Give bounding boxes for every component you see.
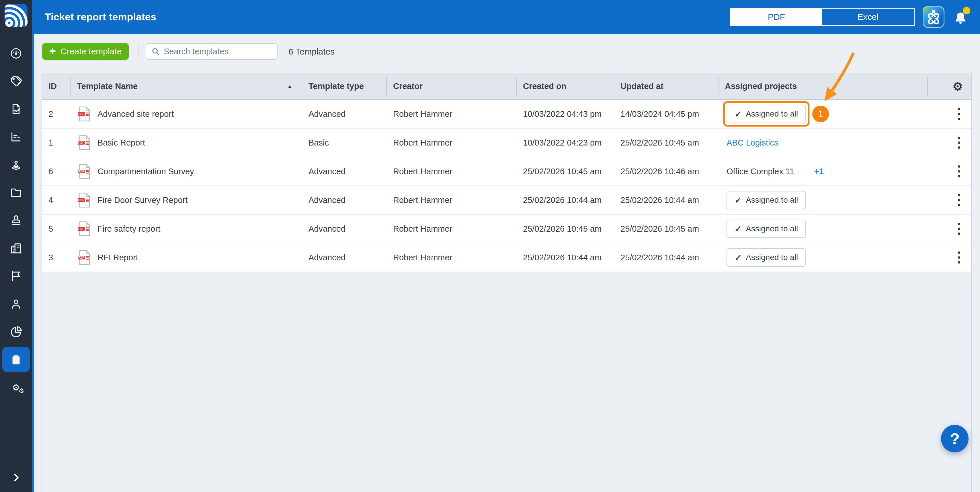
- sort-ascending-icon: ▲: [287, 83, 293, 89]
- sidebar-item-site-person[interactable]: [0, 151, 32, 179]
- templates-table: ID Template Name ▲ Template type Creator…: [41, 73, 972, 492]
- sidebar-accent-strip: [32, 34, 34, 492]
- cell-template-name: PDF Advanced site report: [70, 100, 302, 128]
- person-pin-icon: [10, 158, 23, 171]
- template-name-text: Basic Report: [97, 138, 145, 147]
- sidebar-item-report-templates[interactable]: [0, 346, 32, 374]
- column-header-template-name[interactable]: Template Name ▲: [70, 73, 302, 99]
- table-row[interactable]: 2 PDF Advanced site report Advanced Robe…: [42, 100, 971, 129]
- check-icon: ✓: [735, 224, 742, 234]
- cell-id: 1: [42, 129, 70, 157]
- svg-text:PDF: PDF: [78, 227, 84, 230]
- search-input[interactable]: [164, 47, 272, 56]
- cell-actions: [928, 215, 971, 243]
- table-row[interactable]: 5 PDF Fire safety report Advanced Robert…: [42, 215, 971, 243]
- assigned-more-link[interactable]: +1: [814, 167, 824, 176]
- cell-assigned-projects: ABC Logistics: [719, 129, 928, 157]
- column-header-created-on[interactable]: Created on: [517, 73, 614, 99]
- document-pen-icon: [10, 102, 23, 116]
- sidebar-item-reports-chart[interactable]: [0, 123, 32, 151]
- top-bar: Ticket report templates PDF Excel: [32, 0, 980, 34]
- sidebar-item-stamp[interactable]: [0, 206, 32, 234]
- create-template-button[interactable]: + Create template: [42, 43, 129, 60]
- sidebar-item-dashboard[interactable]: [0, 39, 32, 67]
- app-logo-icon[interactable]: [5, 4, 27, 27]
- row-menu-kebab-icon[interactable]: [955, 104, 963, 123]
- column-header-creator[interactable]: Creator: [387, 73, 517, 99]
- sidebar-item-tags[interactable]: [0, 67, 32, 95]
- table-row[interactable]: 3 PDF RFI Report Advanced Robert Hammer …: [42, 243, 971, 272]
- cell-updated-at: 25/02/2026 10:44 am: [614, 186, 719, 214]
- cell-actions: [928, 186, 971, 214]
- row-menu-kebab-icon[interactable]: [955, 248, 963, 267]
- pdf-file-icon: PDF: [77, 164, 91, 179]
- column-header-id[interactable]: ID: [42, 73, 70, 99]
- page-title: Ticket report templates: [45, 11, 156, 23]
- table-row[interactable]: 6 PDF Compartmentation Survey Advanced R…: [42, 157, 971, 186]
- cell-id: 2: [42, 100, 70, 128]
- cell-template-name: PDF Fire safety report: [70, 215, 302, 243]
- create-template-label: Create template: [60, 46, 122, 56]
- sidebar-item-company-buildings[interactable]: [0, 234, 32, 262]
- cell-updated-at: 25/02/2026 10:46 am: [614, 157, 719, 185]
- column-header-template-type[interactable]: Template type: [302, 73, 387, 99]
- cell-id: 4: [42, 186, 70, 214]
- help-button[interactable]: ?: [941, 425, 969, 452]
- row-menu-kebab-icon[interactable]: [955, 191, 963, 209]
- assigned-project-text: Office Complex 11: [727, 167, 794, 176]
- cell-created-on: 25/02/2026 10:44 am: [517, 243, 614, 272]
- cell-assigned-projects: ✓Assigned to all: [719, 215, 928, 243]
- toggle-excel[interactable]: Excel: [822, 9, 914, 25]
- app-launcher-button[interactable]: [923, 6, 945, 28]
- pdf-file-icon: PDF: [77, 221, 91, 236]
- table-row[interactable]: 1 PDF Basic Report Basic Robert Hammer 1…: [42, 129, 971, 157]
- check-icon: ✓: [735, 252, 742, 263]
- assigned-to-all-button[interactable]: ✓Assigned to all: [727, 105, 806, 123]
- folder-icon: [10, 186, 23, 199]
- flag-icon: [10, 270, 23, 283]
- column-header-updated-at[interactable]: Updated at: [614, 73, 719, 99]
- template-name-text: Advanced site report: [97, 109, 174, 119]
- cell-assigned-projects: Office Complex 11+1: [719, 157, 928, 185]
- notifications-button[interactable]: [953, 7, 970, 27]
- cell-template-type: Advanced: [302, 243, 387, 272]
- cell-actions: [928, 243, 971, 272]
- stamp-icon: [10, 214, 23, 227]
- svg-text:PDF: PDF: [78, 199, 84, 202]
- sidebar-item-users[interactable]: [0, 290, 32, 318]
- assigned-to-all-label: Assigned to all: [746, 224, 798, 233]
- column-header-assigned-projects[interactable]: Assigned projects: [719, 73, 928, 99]
- cell-actions: [928, 129, 971, 157]
- cell-actions: [928, 157, 971, 185]
- cell-creator: Robert Hammer: [387, 215, 517, 243]
- column-header-label: Template Name: [77, 81, 138, 91]
- sidebar-item-settings-gears[interactable]: ⚙⚙: [0, 374, 32, 401]
- cell-template-type: Advanced: [302, 215, 387, 243]
- column-settings-gear-icon[interactable]: ⚙: [928, 73, 971, 99]
- chevron-right-icon: [10, 472, 22, 483]
- assigned-to-all-button[interactable]: ✓Assigned to all: [727, 248, 806, 267]
- template-name-text: RFI Report: [97, 253, 138, 262]
- assigned-to-all-button[interactable]: ✓Assigned to all: [727, 191, 806, 209]
- svg-text:PDF: PDF: [78, 141, 84, 144]
- sidebar-expand-button[interactable]: [0, 470, 32, 486]
- cell-template-type: Advanced: [302, 100, 387, 128]
- row-menu-kebab-icon[interactable]: [955, 162, 963, 181]
- assigned-project-link[interactable]: ABC Logistics: [727, 138, 778, 147]
- toggle-pdf[interactable]: PDF: [730, 9, 822, 25]
- assigned-to-all-button[interactable]: ✓Assigned to all: [727, 220, 806, 238]
- dashboard-gauge-icon: [10, 47, 23, 60]
- pdf-file-icon: PDF: [77, 250, 91, 265]
- pdf-file-icon: PDF: [77, 135, 91, 150]
- format-toggle: PDF Excel: [730, 8, 915, 26]
- svg-text:PDF: PDF: [78, 170, 84, 173]
- notification-dot: [963, 7, 970, 14]
- row-menu-kebab-icon[interactable]: [955, 219, 963, 238]
- sidebar-item-forms[interactable]: [0, 95, 32, 123]
- cell-updated-at: 25/02/2026 10:44 am: [614, 243, 719, 272]
- table-row[interactable]: 4 PDF Fire Door Survey Report Advanced R…: [42, 186, 971, 215]
- row-menu-kebab-icon[interactable]: [955, 133, 963, 152]
- sidebar-item-flag[interactable]: [0, 262, 32, 290]
- sidebar-item-documents-folder[interactable]: [0, 179, 32, 206]
- sidebar-item-statistics-pie[interactable]: [0, 318, 32, 346]
